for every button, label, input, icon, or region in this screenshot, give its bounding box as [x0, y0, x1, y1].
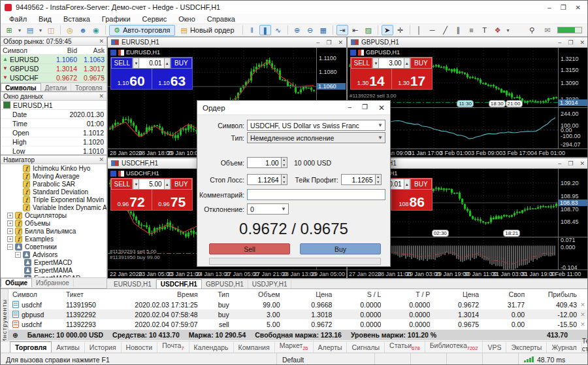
tree-item[interactable]: fVariable Index Dynamic A — [1, 203, 106, 211]
buy-price[interactable]: 0.9675 — [152, 190, 193, 210]
toolbox-tab-Журнал[interactable]: Журнал — [547, 342, 581, 353]
close-button[interactable]: ✕ — [580, 39, 585, 46]
profiles-icon[interactable]: ▤ — [24, 25, 36, 35]
community-icon[interactable]: ☻ — [77, 25, 89, 35]
position-row[interactable]: gbpusd113922922020.02.04 07:58:48buy3.00… — [8, 309, 588, 319]
minimize-button[interactable]: – — [348, 103, 351, 113]
dropdown-caret[interactable]: ▾ — [37, 25, 44, 35]
buy-button[interactable]: BUY — [171, 58, 192, 69]
cursor-icon[interactable]: ➤ — [382, 25, 393, 35]
spin-down-icon[interactable]: ▼ — [282, 180, 287, 185]
channel-icon[interactable]: ∥ — [453, 25, 465, 35]
dropdown-caret[interactable]: ▾ — [16, 25, 23, 35]
close-icon[interactable]: ✕ — [99, 93, 104, 99]
toolbox-tab-Маркет[interactable]: Маркет26 — [275, 340, 314, 353]
volume-down-icon[interactable]: ▼ — [372, 58, 379, 69]
dropdown-caret[interactable]: ▾ — [505, 25, 512, 35]
buy-price[interactable]: 1.3017 — [392, 69, 433, 89]
arrows-icon[interactable]: ❖ — [492, 25, 504, 35]
depth-of-market-icon[interactable] — [110, 50, 116, 56]
sell-button[interactable]: Sell — [209, 243, 290, 254]
volume-value[interactable]: 5.00 — [139, 179, 163, 190]
close-button[interactable]: ✕ — [378, 103, 385, 113]
zoom-out-icon[interactable]: ⊖ — [304, 25, 316, 35]
one-click-trading-icon[interactable] — [358, 50, 364, 56]
close-position-icon[interactable]: ✕ — [577, 321, 588, 328]
minimize-button[interactable]: – — [558, 160, 561, 167]
candles-icon[interactable]: ❚ — [259, 25, 271, 35]
tab-Торговля[interactable]: Торговля — [71, 84, 106, 92]
tree-item[interactable]: +fБилла Вильямса — [1, 227, 106, 235]
sell-button[interactable]: SELL — [111, 58, 133, 69]
toolbox-tab-Новости[interactable]: Новости — [122, 342, 158, 353]
buy-button[interactable]: BUY — [410, 179, 432, 190]
market-history-icon[interactable]: ◫ — [45, 25, 57, 35]
close-icon[interactable]: ✕ — [99, 38, 104, 44]
hline-icon[interactable]: ─ — [427, 25, 438, 35]
market-watch-row[interactable]: ▼GBPUSD1.30141.3017 — [1, 64, 106, 73]
expand-icon[interactable]: + — [7, 236, 13, 242]
spin-up-icon[interactable]: ▲ — [376, 175, 381, 180]
tab-Детали[interactable]: Детали — [41, 84, 71, 92]
minimize-button[interactable]: – — [558, 39, 561, 46]
menu-Файл[interactable]: Файл — [3, 15, 33, 23]
tree-item[interactable]: ♟ExpertMACD — [1, 258, 106, 266]
expand-icon[interactable]: + — [7, 220, 13, 226]
volume-up-icon[interactable]: ▲ — [404, 58, 410, 69]
close-button[interactable]: ✕ — [576, 4, 581, 11]
minimize-button[interactable]: – — [547, 4, 551, 11]
tab-Избранное[interactable]: Избранное — [32, 279, 74, 287]
minimize-button[interactable]: – — [316, 39, 319, 46]
menu-Справка[interactable]: Справка — [201, 15, 241, 23]
toolbox-tab-Эксперты[interactable]: Эксперты — [506, 342, 547, 353]
maximize-button[interactable]: ❐ — [326, 39, 331, 46]
new-chart-icon[interactable]: ⊞ — [3, 25, 15, 35]
sell-price[interactable]: 0.9672 — [111, 190, 152, 210]
spin-down-icon[interactable]: ▼ — [282, 163, 287, 168]
chart-tab-USDJPY,H1[interactable]: USDJPY,H1 — [248, 280, 292, 288]
toolbox-tab-Календарь[interactable]: Календарь — [189, 342, 234, 353]
toolbox-tab-Библиотека[interactable]: Библиотека7202 — [425, 340, 483, 353]
maximize-button[interactable]: ❐ — [568, 39, 573, 46]
stop-loss-input[interactable] — [247, 174, 282, 185]
buy-button[interactable]: BUY — [171, 179, 192, 190]
volume-value[interactable]: 3.00 — [379, 58, 403, 69]
signals-icon[interactable]: ◉ — [90, 25, 102, 35]
tree-item[interactable]: fStandard Deviation — [1, 188, 106, 196]
volume-down-icon[interactable]: ▼ — [133, 58, 139, 69]
volume-value[interactable]: 0.01 — [139, 58, 163, 69]
tree-item[interactable]: +fОбъемы — [1, 219, 106, 227]
maximize-button[interactable]: ❐ — [362, 103, 368, 113]
toolbox-tab-Активы[interactable]: Активы — [52, 342, 85, 353]
bars-icon[interactable]: ‖ — [246, 25, 258, 35]
tree-item[interactable]: fTriple Exponential Movin — [1, 196, 106, 203]
one-click-trading-icon[interactable] — [118, 50, 124, 56]
auto-scroll-icon[interactable]: ⇤ — [350, 25, 361, 35]
scroll-down-icon[interactable]: ▼ — [101, 75, 105, 80]
maximize-button[interactable]: ❐ — [561, 4, 566, 11]
volume-stepper[interactable]: ▲▼ — [247, 157, 287, 168]
buy-price[interactable]: 1.1063 — [152, 69, 193, 89]
collapse-icon[interactable]: − — [15, 252, 21, 258]
menu-Графики[interactable]: Графики — [96, 15, 137, 23]
close-position-icon[interactable]: ✕ — [577, 311, 588, 318]
chart-window-titlebar[interactable]: GBPUSD,H1–❐✕ — [348, 37, 588, 48]
close-icon[interactable]: ✕ — [99, 156, 104, 163]
volume-down-icon[interactable]: ▼ — [133, 179, 139, 190]
coins-icon[interactable]: ◎ — [64, 25, 76, 35]
chart-tab-EURUSD,H1[interactable]: EURUSD,H1 — [110, 280, 156, 288]
one-click-trading-icon[interactable] — [118, 171, 124, 177]
tree-item[interactable]: fMoving Average — [1, 172, 106, 180]
linechart-icon[interactable]: ∿ — [272, 25, 284, 35]
status-profile[interactable]: Default — [276, 353, 374, 365]
tree-item[interactable]: fIchimoku Kinko Hyo — [1, 164, 106, 172]
sell-price[interactable]: 1.1060 — [111, 69, 152, 89]
buy-button[interactable]: Buy — [300, 243, 381, 254]
time-axis[interactable]: 27 Jan 202028 Jan 11:0029 Jan 03:0029 Ja… — [348, 269, 588, 278]
tree-item[interactable]: −♟Советники — [1, 243, 106, 251]
market-watch-row[interactable]: ▼USDCHF0.96720.9675 — [1, 73, 106, 82]
autotrade-button[interactable]: ⚙Авто-торговля — [109, 25, 175, 36]
tab-Символы[interactable]: Символы — [1, 83, 41, 92]
expand-icon[interactable]: + — [7, 228, 13, 234]
tab-Общие[interactable]: Общие — [1, 278, 32, 287]
